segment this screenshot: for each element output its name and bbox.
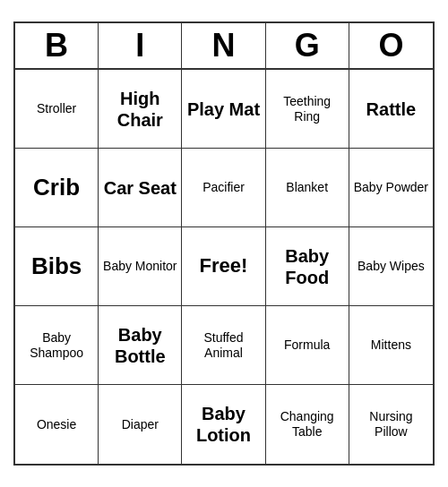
- cell-label: Bibs: [31, 252, 82, 280]
- bingo-cell: Baby Bottle: [99, 306, 182, 385]
- cell-label: Onesie: [37, 417, 76, 432]
- cell-label: Free!: [200, 254, 248, 278]
- bingo-cell: Teething Ring: [266, 70, 349, 149]
- bingo-cell: Baby Powder: [349, 149, 433, 227]
- bingo-cell: Baby Lotion: [182, 385, 265, 464]
- header-letter: G: [266, 23, 349, 68]
- cell-label: Diaper: [122, 417, 159, 432]
- cell-label: Formula: [284, 337, 330, 353]
- bingo-cell: Rattle: [349, 70, 433, 149]
- bingo-cell: Baby Wipes: [349, 227, 433, 306]
- bingo-cell: Pacifier: [182, 149, 265, 227]
- bingo-cell: Baby Shampoo: [15, 306, 99, 385]
- cell-label: Rattle: [366, 98, 417, 120]
- cell-label: Stuffed Animal: [185, 330, 261, 361]
- bingo-card: BINGO StrollerHigh ChairPlay MatTeething…: [13, 21, 435, 466]
- bingo-cell: Stuffed Animal: [182, 306, 265, 385]
- header-letter: N: [182, 23, 265, 68]
- cell-label: Blanket: [286, 180, 328, 195]
- cell-label: Baby Lotion: [185, 403, 261, 446]
- bingo-cell: Diaper: [99, 385, 182, 464]
- cell-label: Baby Bottle: [102, 324, 177, 367]
- cell-label: Pacifier: [202, 180, 245, 195]
- bingo-header: BINGO: [15, 23, 433, 70]
- bingo-cell: Changing Table: [266, 385, 349, 464]
- header-letter: O: [349, 23, 433, 68]
- bingo-cell: Bibs: [15, 227, 99, 306]
- cell-label: Changing Table: [270, 409, 345, 440]
- cell-label: Baby Powder: [354, 180, 428, 195]
- cell-label: Nursing Pillow: [353, 409, 429, 440]
- cell-label: High Chair: [102, 88, 177, 131]
- bingo-cell: Car Seat: [99, 149, 182, 227]
- cell-label: Baby Shampoo: [19, 330, 94, 361]
- bingo-cell: Stroller: [15, 70, 99, 149]
- bingo-cell: Blanket: [266, 149, 349, 227]
- cell-label: Baby Food: [270, 245, 345, 288]
- bingo-cell: Baby Food: [266, 227, 349, 306]
- cell-label: Baby Monitor: [103, 259, 177, 274]
- bingo-cell: Free!: [182, 227, 265, 306]
- bingo-cell: Formula: [266, 306, 349, 385]
- cell-label: Car Seat: [104, 177, 177, 199]
- cell-label: Crib: [33, 174, 80, 201]
- header-letter: B: [15, 23, 99, 68]
- bingo-cell: Play Mat: [182, 70, 265, 149]
- bingo-cell: Onesie: [15, 385, 99, 464]
- bingo-cell: Nursing Pillow: [349, 385, 433, 464]
- header-letter: I: [99, 23, 182, 68]
- bingo-cell: Baby Monitor: [99, 227, 182, 306]
- bingo-cell: High Chair: [99, 70, 182, 149]
- bingo-grid: StrollerHigh ChairPlay MatTeething RingR…: [15, 70, 433, 464]
- cell-label: Stroller: [37, 101, 76, 116]
- cell-label: Teething Ring: [270, 94, 345, 124]
- bingo-cell: Crib: [15, 149, 99, 227]
- cell-label: Play Mat: [187, 98, 260, 120]
- cell-label: Mittens: [371, 337, 411, 353]
- bingo-cell: Mittens: [349, 306, 433, 385]
- cell-label: Baby Wipes: [358, 259, 425, 274]
